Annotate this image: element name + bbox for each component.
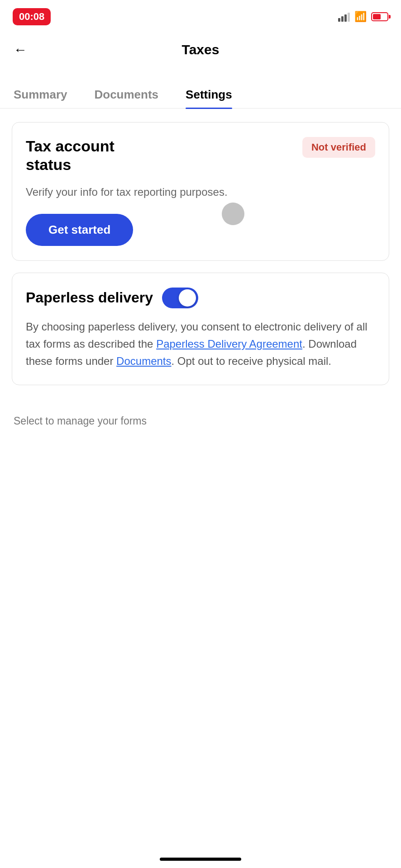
tabs-container: Summary Documents Settings bbox=[0, 81, 401, 108]
card-header: Tax account status Not verified bbox=[26, 137, 375, 174]
paperless-text-3: . Opt out to receive physical mail. bbox=[172, 355, 331, 367]
tab-documents[interactable]: Documents bbox=[95, 81, 159, 108]
wifi-icon: 📶 bbox=[354, 11, 367, 23]
page-title: Taxes bbox=[182, 42, 220, 57]
paperless-body: By choosing paperless delivery, you cons… bbox=[26, 318, 375, 370]
tax-account-card: Tax account status Not verified Verify y… bbox=[12, 122, 389, 261]
tab-summary[interactable]: Summary bbox=[14, 81, 67, 108]
back-button[interactable]: ← bbox=[14, 42, 27, 57]
status-time: 00:08 bbox=[13, 8, 51, 25]
paperless-card: Paperless delivery By choosing paperless… bbox=[12, 273, 389, 385]
tab-settings[interactable]: Settings bbox=[186, 81, 232, 108]
header: ← Taxes bbox=[0, 32, 401, 68]
battery-icon bbox=[371, 12, 388, 21]
bottom-hint: Select to manage your forms bbox=[0, 410, 401, 427]
toggle-thumb bbox=[179, 289, 196, 307]
main-content: Tax account status Not verified Verify y… bbox=[0, 108, 401, 410]
status-icons: 📶 bbox=[338, 11, 388, 23]
paperless-header: Paperless delivery bbox=[26, 288, 375, 308]
status-badge: Not verified bbox=[302, 137, 375, 158]
home-bar bbox=[160, 858, 241, 861]
tax-account-description: Verify your info for tax reporting purpo… bbox=[26, 184, 375, 200]
documents-link[interactable]: Documents bbox=[116, 355, 171, 367]
status-bar: 00:08 📶 bbox=[0, 0, 401, 32]
paperless-agreement-link[interactable]: Paperless Delivery Agreement bbox=[156, 338, 302, 350]
paperless-toggle[interactable] bbox=[162, 288, 198, 308]
get-started-button[interactable]: Get started bbox=[26, 214, 133, 246]
tax-account-title: Tax account status bbox=[26, 137, 162, 174]
paperless-title: Paperless delivery bbox=[26, 289, 153, 306]
signal-icon bbox=[338, 12, 350, 22]
